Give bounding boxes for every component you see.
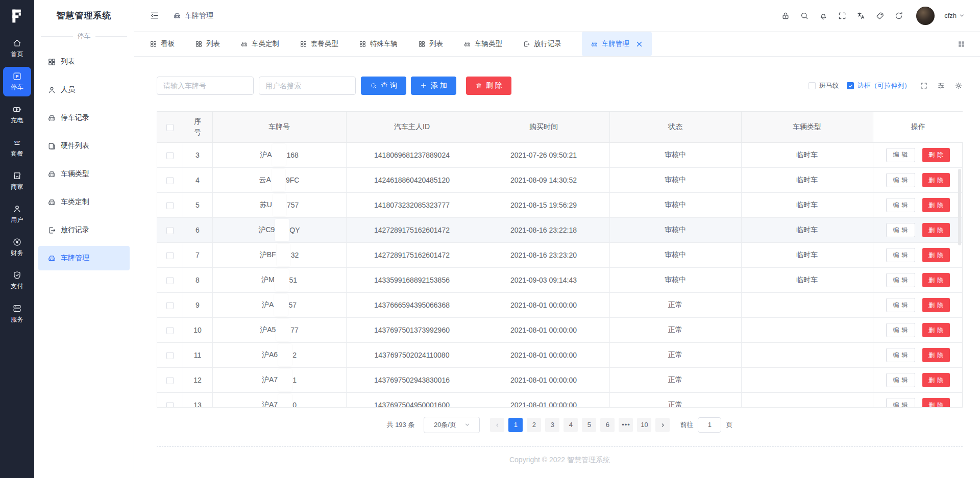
tabs-overview-button[interactable] xyxy=(957,40,966,48)
delete-button[interactable]: 删 除 xyxy=(466,77,511,95)
col-vehicle-type: 车辆类型 xyxy=(741,112,873,142)
row-checkbox[interactable] xyxy=(166,227,174,234)
delete-row-button[interactable]: 删 除 xyxy=(922,373,950,387)
tab-6[interactable]: 列表 xyxy=(418,32,443,56)
search-button[interactable]: 查 询 xyxy=(361,77,406,95)
sidebar-item-1[interactable]: 列表 xyxy=(38,49,130,74)
page-button-10[interactable]: 10 xyxy=(637,418,651,432)
bell-icon[interactable] xyxy=(819,11,828,20)
edit-button[interactable]: 编 辑 xyxy=(886,273,915,287)
edit-button[interactable]: 编 辑 xyxy=(886,248,915,262)
row-checkbox[interactable] xyxy=(166,327,174,334)
row-checkbox[interactable] xyxy=(166,277,174,284)
rail-item-parking[interactable]: P 停车 xyxy=(3,67,31,96)
tab-5[interactable]: 特殊车辆 xyxy=(359,32,398,56)
sidebar-item-7[interactable]: 放行记录 xyxy=(38,218,130,242)
delete-row-button[interactable]: 删 除 xyxy=(922,298,950,312)
edit-button[interactable]: 编 辑 xyxy=(886,148,915,162)
tab-1[interactable]: 看板 xyxy=(150,32,175,56)
edit-button[interactable]: 编 辑 xyxy=(886,223,915,237)
table-fullscreen-button[interactable] xyxy=(920,82,928,90)
tab-4[interactable]: 套餐类型 xyxy=(300,32,338,56)
page-button-1[interactable]: 1 xyxy=(508,418,523,432)
close-tab-icon[interactable] xyxy=(635,40,643,48)
gear-icon[interactable] xyxy=(954,82,963,90)
table-row: 13 沪A70 1437697504950001600 2021-08-01 0… xyxy=(157,393,962,407)
page-button-6[interactable]: 6 xyxy=(600,418,615,432)
rail-item-person[interactable]: 用户 xyxy=(3,199,31,229)
sidebar-item-6[interactable]: 车类定制 xyxy=(38,190,130,214)
delete-row-button[interactable]: 删 除 xyxy=(922,248,950,262)
sidebar-item-8[interactable]: 车牌管理 xyxy=(38,246,130,270)
page-size-select[interactable]: 20条/页 xyxy=(424,417,480,433)
rail-item-pay[interactable]: 支付 xyxy=(3,266,31,295)
sidebar-collapse-button[interactable] xyxy=(150,11,159,20)
translate-icon[interactable] xyxy=(856,11,866,20)
row-checkbox[interactable] xyxy=(166,152,174,159)
more-pages-button[interactable]: ••• xyxy=(619,418,633,432)
edit-button[interactable]: 编 辑 xyxy=(886,198,915,212)
tab-3[interactable]: 车类定制 xyxy=(240,32,279,56)
edit-button[interactable]: 编 辑 xyxy=(886,398,915,407)
border-checkbox[interactable]: 边框（可拉伸列） xyxy=(847,81,911,90)
row-checkbox[interactable] xyxy=(166,302,174,309)
add-button[interactable]: 添 加 xyxy=(411,77,456,95)
delete-row-button[interactable]: 删 除 xyxy=(922,148,950,162)
table-scrollbar[interactable] xyxy=(958,169,961,245)
lock-icon[interactable] xyxy=(781,11,790,20)
rail-item-vip[interactable]: VIP 套餐 xyxy=(3,133,31,163)
prev-page-button[interactable] xyxy=(490,418,504,432)
fullscreen-icon[interactable] xyxy=(838,11,847,20)
rail-item-service[interactable]: 服务 xyxy=(3,299,31,329)
status: 正常 xyxy=(609,368,741,393)
next-page-button[interactable] xyxy=(655,418,670,432)
rail-item-shop[interactable]: 商家 xyxy=(3,166,31,196)
sidebar-item-4[interactable]: 硬件列表 xyxy=(38,134,130,158)
page-button-3[interactable]: 3 xyxy=(545,418,559,432)
refresh-icon[interactable] xyxy=(894,11,903,20)
grid-icon xyxy=(195,40,203,48)
delete-row-button[interactable]: 删 除 xyxy=(922,223,950,237)
delete-row-button[interactable]: 删 除 xyxy=(922,323,950,337)
sidebar-item-5[interactable]: 车辆类型 xyxy=(38,162,130,186)
delete-row-button[interactable]: 删 除 xyxy=(922,273,950,287)
edit-button[interactable]: 编 辑 xyxy=(886,173,915,187)
plate-search-input[interactable] xyxy=(157,77,254,95)
page-button-4[interactable]: 4 xyxy=(564,418,578,432)
page-button-5[interactable]: 5 xyxy=(582,418,596,432)
rail-item-charge[interactable]: 充电 xyxy=(3,100,31,130)
page-button-2[interactable]: 2 xyxy=(527,418,541,432)
row-checkbox[interactable] xyxy=(166,202,174,209)
tab-7[interactable]: 车辆类型 xyxy=(463,32,502,56)
row-checkbox[interactable] xyxy=(166,402,174,407)
select-all-checkbox[interactable] xyxy=(166,124,174,131)
edit-button[interactable]: 编 辑 xyxy=(886,348,915,362)
delete-row-button[interactable]: 删 除 xyxy=(922,398,950,407)
sidebar-item-3[interactable]: 停车记录 xyxy=(38,106,130,130)
sidebar-item-2[interactable]: 人员 xyxy=(38,78,130,102)
plus-icon xyxy=(420,82,427,89)
edit-button[interactable]: 编 辑 xyxy=(886,323,915,337)
rail-item-home[interactable]: 首页 xyxy=(3,34,31,63)
edit-button[interactable]: 编 辑 xyxy=(886,373,915,387)
username-search-input[interactable] xyxy=(259,77,356,95)
delete-row-button[interactable]: 删 除 xyxy=(922,348,950,362)
search-icon[interactable] xyxy=(800,11,809,20)
rail-item-finance[interactable]: 财务 xyxy=(3,233,31,262)
zebra-checkbox[interactable]: 斑马纹 xyxy=(808,81,839,90)
delete-row-button[interactable]: 删 除 xyxy=(922,198,950,212)
column-settings-button[interactable] xyxy=(937,82,945,90)
tab-9[interactable]: 车牌管理 xyxy=(582,32,652,56)
user-menu[interactable]: cfzh xyxy=(944,12,965,19)
delete-row-button[interactable]: 删 除 xyxy=(922,173,950,187)
goto-page-input[interactable] xyxy=(698,417,721,433)
edit-button[interactable]: 编 辑 xyxy=(886,298,915,312)
tab-8[interactable]: 放行记录 xyxy=(523,32,561,56)
row-checkbox[interactable] xyxy=(166,252,174,259)
row-checkbox[interactable] xyxy=(166,352,174,359)
row-checkbox[interactable] xyxy=(166,177,174,184)
user-avatar[interactable] xyxy=(916,7,935,25)
row-checkbox[interactable] xyxy=(166,377,174,384)
tag-icon[interactable] xyxy=(875,11,885,20)
tab-2[interactable]: 列表 xyxy=(195,32,220,56)
